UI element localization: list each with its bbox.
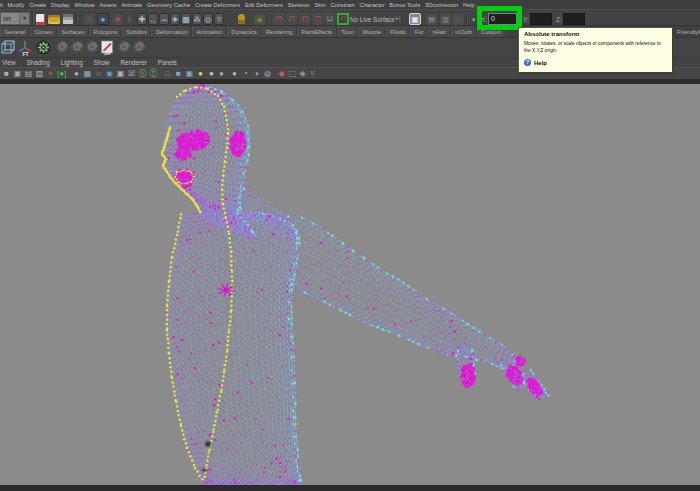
menu-item-geometry-cache[interactable]: Geometry Cache [147,2,190,8]
shelf-swirl-icon-4[interactable] [117,40,131,54]
shelf-tab-subdivs[interactable]: Subdivs [122,26,152,37]
2d-pan-zoom-icon[interactable]: ⌖ [46,69,55,79]
isolate-select-icon[interactable]: [●] [57,69,66,79]
shelf-tab-rendering[interactable]: Rendering [261,26,297,37]
character-mesh-icon[interactable] [36,40,51,55]
menu-item-help[interactable]: Help [463,2,475,8]
shelf-swirl-icon-2[interactable] [70,40,84,54]
select-surfaces-icon[interactable]: ❖ [170,13,180,25]
snap-mode-icon[interactable]: ◆ [254,14,265,25]
gamma-icon[interactable]: ⑂ [308,69,317,79]
xray-joints-icon[interactable]: ⬚ [288,69,297,79]
film-gate-icon[interactable]: ○ [94,69,103,79]
camera-attributes-icon[interactable]: ▣ [13,69,22,79]
select-by-component-icon[interactable]: ❖ [112,14,123,25]
shelf-tab-toon[interactable]: Toon [337,26,359,37]
ipr-render-icon[interactable]: ▥ [440,14,451,25]
safe-title-icon[interactable]: Ⓣ [149,69,158,79]
field-expand-icon[interactable]: ↕ [127,15,132,24]
poly-cube-icon[interactable] [1,40,16,55]
menu-item-edit[interactable]: Edit [0,2,3,8]
select-dynamics-icon[interactable]: ⁂ [192,13,202,25]
viewport-3d[interactable] [0,84,700,485]
select-camera-icon[interactable]: ■ [2,69,11,79]
lighting-selected-icon[interactable]: ● [217,69,226,79]
menu-item-character[interactable]: Character [360,2,385,8]
menu-item-skin[interactable]: Skin [315,2,326,8]
panel-menu-view[interactable]: View [2,59,16,66]
shaded-mode-icon[interactable]: ■ [174,69,183,79]
menu-item-modify[interactable]: Modify [8,2,25,8]
default-material-icon[interactable]: ● [196,69,205,79]
bookmark-icon[interactable]: ▤ [24,69,33,79]
snap-to-view-plane-icon[interactable]: ⊔ [324,13,335,25]
y-input-field[interactable] [530,13,552,25]
shelf-tab-ncloth[interactable]: nCloth [451,26,477,37]
select-misc-icon[interactable]: ? [214,13,224,25]
new-scene-icon[interactable] [36,14,45,25]
ao-icon[interactable]: ◔ [241,69,250,79]
snap-to-projected-center-icon[interactable]: ⊓ [312,13,323,25]
menu-item-display[interactable]: Display [51,2,70,8]
select-all-icon[interactable]: ✚ [137,13,147,25]
safe-action-icon[interactable]: Ⓥ [138,69,147,79]
shelf-tab-muscle[interactable]: Muscle [358,26,385,37]
select-points-icon[interactable]: ‥ [148,13,158,25]
make-live-icon[interactable]: ⊓ [337,13,349,25]
shelf-tab-surfaces[interactable]: Surfaces [57,26,89,37]
menu-set-selector[interactable]: on ▾ [0,12,30,25]
shelf-tab-curves[interactable]: Curves [30,26,57,37]
shelf-tab-polygons[interactable]: Polygons [89,26,122,37]
menu-item-constrain[interactable]: Constrain [330,2,354,8]
select-meshes-icon[interactable]: ▦ [181,13,191,25]
image-plane-icon[interactable]: ▧ [35,69,44,79]
shelf-tab-animation[interactable]: Animation [192,26,227,37]
lighting-all-icon[interactable]: ● [207,69,216,79]
menu-item-skeleton[interactable]: Skeleton [288,2,310,8]
shelf-tab-fur[interactable]: Fur [410,26,428,37]
shelf-tab-painteffects[interactable]: PaintEffects [297,26,337,37]
menu-item-3dconnexion[interactable]: 3Dconnexion [425,2,458,8]
select-rendering-icon[interactable]: ⛭ [203,13,213,25]
snap-to-curve-icon[interactable]: ⊓ [286,13,297,25]
lock-icon[interactable] [238,14,245,24]
panel-menu-show[interactable]: Show [94,59,110,66]
exposure-icon[interactable]: ◈ [298,69,307,79]
menu-item-create[interactable]: Create [29,2,46,8]
menu-item-assets[interactable]: Assets [100,2,117,8]
open-scene-icon[interactable] [48,15,60,24]
select-by-hierarchy-icon[interactable]: ⁙ [84,14,95,25]
textured-mode-icon[interactable]: ▣ [185,69,194,79]
render-settings-icon[interactable]: ◌ [453,14,464,25]
save-scene-icon[interactable] [63,14,73,24]
shelf-tab-general[interactable]: General [0,26,30,37]
motion-blur-icon[interactable]: ◑ [252,69,261,79]
panel-menu-renderer[interactable]: Renderer [120,59,146,66]
shelf-swirl-icon-1[interactable] [55,40,69,54]
panel-menu-shading[interactable]: Shading [27,59,50,66]
shelf-swirl-icon-3[interactable] [85,40,99,54]
input-line-mode-icon[interactable]: ▾ [470,15,477,24]
menu-item-window[interactable]: Window [75,2,95,8]
tooltip-help[interactable]: ? Help [524,59,672,66]
sh-script-icon[interactable]: SH [100,40,114,54]
construction-history-icon[interactable]: ▣ [409,13,421,25]
select-curves-icon[interactable]: ∼ [159,13,169,25]
menu-item-bonus-tools[interactable]: Bonus Tools [389,2,420,8]
menu-item-edit-deformers[interactable]: Edit Deformers [245,2,283,8]
grid-toggle-icon[interactable]: ▦ [83,69,92,79]
shadows-icon[interactable]: ● [230,69,239,79]
panel-menu-lighting[interactable]: Lighting [61,59,83,66]
panel-menu-panels[interactable]: Panels [158,59,177,66]
xray-icon[interactable]: ◆ [277,69,286,79]
snap-to-grid-icon[interactable]: ⊓ [273,13,284,25]
ft-tool-icon[interactable]: FT [18,40,33,55]
shelf-tab-fluids[interactable]: Fluids [386,26,410,37]
multisample-icon[interactable]: ◍ [263,69,272,79]
resolution-gate-icon[interactable]: ◉ [105,69,114,79]
shelf-tab-nhair[interactable]: nHair [428,26,451,37]
shelf-swirl-icon-5[interactable] [132,40,146,54]
select-by-object-icon[interactable]: ● [97,13,109,25]
wireframe-mode-icon[interactable]: □ [163,69,172,79]
field-chart-icon[interactable]: ☒ [127,69,136,79]
